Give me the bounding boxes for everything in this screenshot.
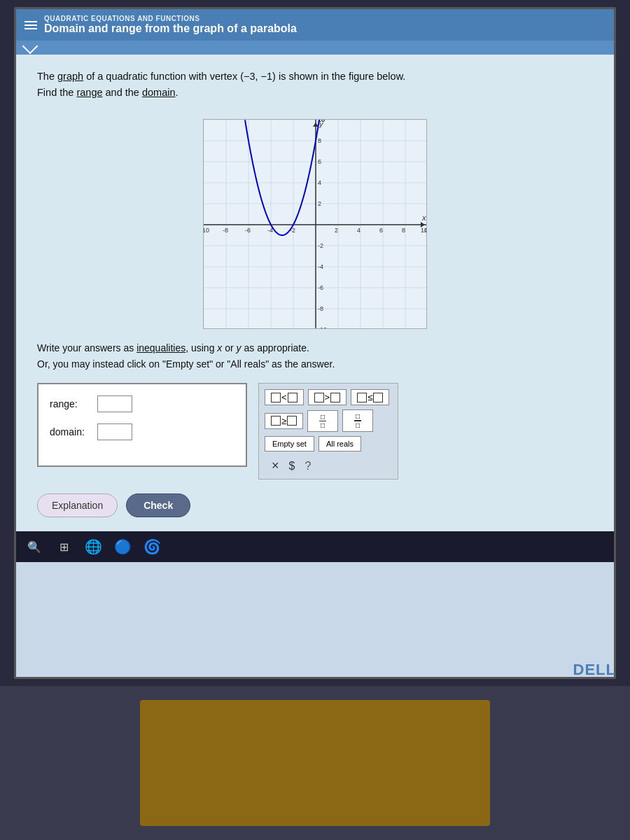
action-row: × $ ? [265,458,392,473]
inequalities-link[interactable]: inequalities [136,342,186,354]
apps-taskbar-icon[interactable]: ⊞ [52,536,75,558]
graph-link[interactable]: graph [57,71,83,82]
all-reals-button[interactable]: All reals [318,436,361,451]
browser2-icon: 🌀 [144,538,161,555]
answer-inputs: range: domain: [37,383,247,467]
fraction-icon-1: □ □ [319,413,326,429]
header-text-area: Quadratic Equations and Functions Domain… [44,15,297,35]
chevron-down-icon [22,38,38,55]
dollar-icon[interactable]: $ [289,460,295,472]
check-button[interactable]: Check [126,493,190,517]
domain-link[interactable]: domain [142,87,176,98]
desk-surface [140,700,490,826]
search-icon: 🔍 [27,540,41,554]
instructions-text: Write your answers as inequalities, usin… [37,340,593,372]
fraction-button-1[interactable]: □ □ [307,410,338,432]
range-row: range: [50,396,234,412]
box-icon-7 [271,416,281,426]
symbol-row-1: < > ≤ [265,389,392,405]
question-icon[interactable]: ? [304,460,311,472]
symbol-row-3: Empty set All reals [265,436,392,451]
hamburger-icon[interactable] [24,21,37,29]
domain-label: domain: [50,426,92,438]
answer-section: range: domain: < [37,383,593,479]
edge-taskbar-icon[interactable]: 🌐 [82,536,104,558]
chevron-bar[interactable] [16,41,614,55]
taskbar: 🔍 ⊞ 🌐 🔵 🌀 [16,531,616,562]
norton-icon: 🔵 [114,538,132,555]
box-icon-2 [288,393,298,402]
header-bar: Quadratic Equations and Functions Domain… [16,9,614,41]
problem-text-1: The [37,71,57,82]
box-icon-8 [287,416,297,426]
greater-than-symbol: > [325,392,330,402]
greater-eq-button[interactable]: ≥ [265,413,303,429]
header-title: Domain and range from the graph of a par… [44,22,297,35]
less-eq-button[interactable]: ≤ [351,389,389,405]
header-subtitle: Quadratic Equations and Functions [44,15,297,22]
times-icon[interactable]: × [272,458,279,473]
norton-taskbar-icon[interactable]: 🔵 [111,536,134,558]
box-icon-4 [330,393,340,402]
range-link[interactable]: range [76,87,102,98]
problem-text: The graph of a quadratic function with v… [37,69,593,101]
bottom-buttons: Explanation Check [37,493,593,517]
greater-than-button[interactable]: > [308,389,347,405]
greater-eq-symbol: ≥ [281,416,286,426]
problem-text-2: of a quadratic function with vertex (−3,… [83,71,405,82]
problem-text-5: . [176,87,178,98]
edge-icon: 🌐 [85,538,102,555]
problem-text-3: Find the [37,87,76,98]
less-eq-symbol: ≤ [368,392,372,402]
bottom-desk-area: DELL [0,686,630,840]
dell-logo: DELL [573,661,616,679]
domain-input[interactable] [97,424,132,440]
content-area: The graph of a quadratic function with v… [16,55,614,531]
fraction-icon-2: □ □ [354,412,361,429]
browser2-taskbar-icon[interactable]: 🌀 [141,536,163,558]
graph-wrapper [37,112,593,340]
symbol-panel: < > ≤ [258,383,398,479]
box-icon-3 [314,393,324,402]
apps-icon: ⊞ [59,540,69,554]
parabola-canvas [204,120,427,329]
less-than-button[interactable]: < [265,389,304,405]
problem-text-4: and the [103,87,142,98]
graph-container [203,119,427,329]
fraction-button-2[interactable]: □ □ [342,410,373,432]
domain-row: domain: [50,424,234,440]
explanation-button[interactable]: Explanation [37,493,118,517]
box-icon-1 [271,393,281,402]
search-taskbar-icon[interactable]: 🔍 [23,536,46,558]
range-label: range: [50,398,92,410]
range-input[interactable] [97,396,132,412]
symbol-row-2: ≥ □ □ □ □ [265,410,392,432]
less-than-symbol: < [281,392,287,402]
box-icon-6 [373,393,383,402]
empty-set-button[interactable]: Empty set [265,436,314,451]
box-icon-5 [357,393,367,402]
